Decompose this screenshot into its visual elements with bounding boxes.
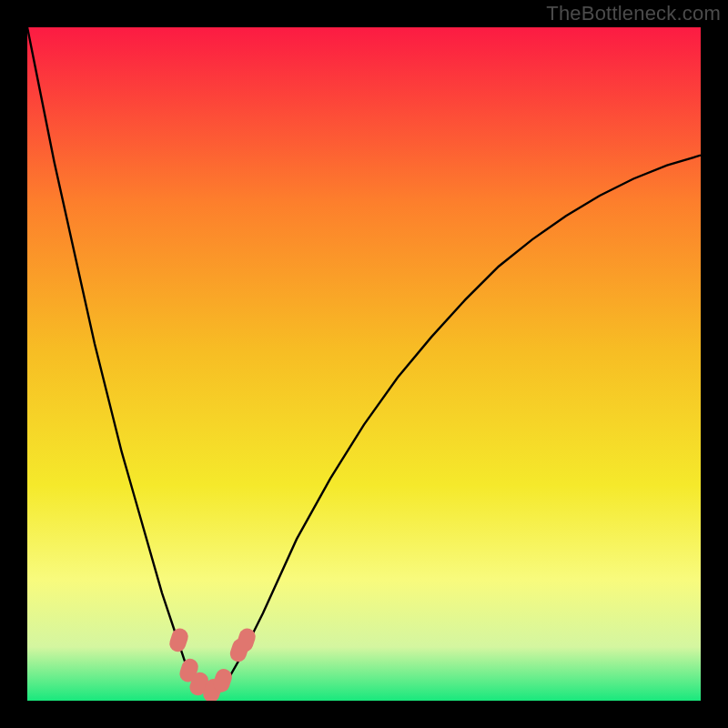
plot-area	[27, 27, 701, 701]
bottleneck-chart	[27, 27, 701, 701]
chart-frame: TheBottleneck.com	[0, 0, 728, 728]
watermark-text: TheBottleneck.com	[546, 2, 721, 25]
gradient-background	[27, 27, 701, 701]
